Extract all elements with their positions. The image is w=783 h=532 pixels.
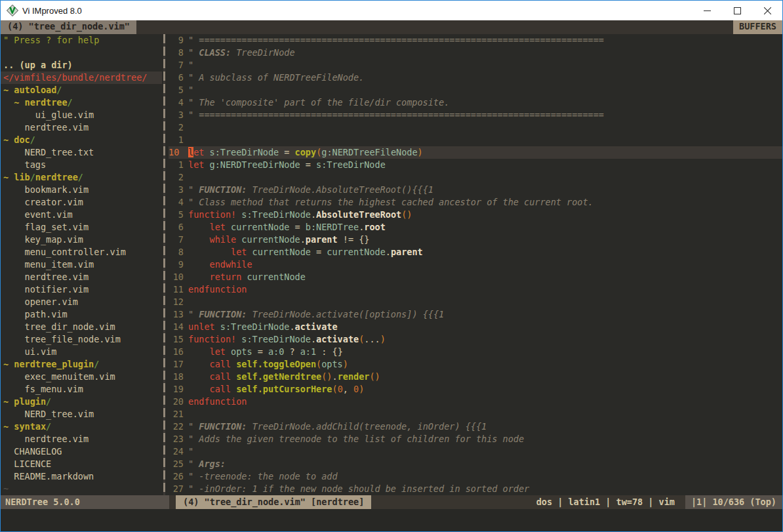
code-line[interactable]: 4" Class method that returns the highest… bbox=[169, 196, 782, 209]
code-line[interactable]: 5function! s:TreeDirNode.AbsoluteTreeRoo… bbox=[169, 209, 782, 221]
tree-row[interactable]: opener.vim bbox=[1, 296, 162, 308]
code-line[interactable]: 7 while currentNode.parent != {} bbox=[169, 234, 782, 246]
tree-row[interactable]: ~ nerdtree_plugin/ bbox=[1, 358, 162, 371]
line-number: 16 bbox=[169, 346, 184, 358]
maximize-button[interactable] bbox=[722, 1, 752, 20]
code-line[interactable]: 9 endwhile bbox=[169, 258, 782, 271]
tree-row[interactable]: ~ bbox=[1, 483, 162, 495]
code-line[interactable]: 9" =====================================… bbox=[169, 34, 782, 47]
code-line[interactable]: 26" -treenode: the node to add bbox=[169, 470, 782, 483]
line-number: 6 bbox=[169, 72, 184, 84]
code-line[interactable]: 6 let currentNode = b:NERDTree.root bbox=[169, 221, 782, 234]
tree-root-row[interactable]: </vimfiles/bundle/nerdtree/ bbox=[1, 72, 162, 84]
tree-row[interactable]: tree_file_node.vim bbox=[1, 333, 162, 346]
code-line[interactable]: 3" FUNCTION: TreeDirNode.AbsoluteTreeRoo… bbox=[169, 184, 782, 196]
line-number: 2 bbox=[169, 121, 184, 134]
tree-row[interactable]: creator.vim bbox=[1, 196, 162, 209]
code-line[interactable]: 13" FUNCTION: TreeDirNode.activate([opti… bbox=[169, 308, 782, 321]
code-line[interactable]: 1let g:NERDTreeDirNode = s:TreeDirNode bbox=[169, 159, 782, 171]
tree-row[interactable]: flag_set.vim bbox=[1, 221, 162, 234]
tree-row[interactable]: fs_menu.vim bbox=[1, 383, 162, 396]
code-line[interactable]: 1 bbox=[169, 134, 782, 146]
tree-row[interactable]: exec_menuitem.vim bbox=[1, 371, 162, 383]
tree-row[interactable]: ~ nerdtree/ bbox=[1, 96, 162, 109]
line-number: 4 bbox=[169, 96, 184, 109]
code-line[interactable]: 25" Args: bbox=[169, 458, 782, 470]
code-line[interactable]: 19 call self.putCursorHere(0, 0) bbox=[169, 383, 782, 396]
tab-tree-dir-node[interactable]: (4) "tree_dir_node.vim" bbox=[1, 20, 136, 34]
line-number: 3 bbox=[169, 184, 184, 196]
window-separator[interactable] bbox=[162, 34, 169, 495]
tree-row[interactable]: README.markdown bbox=[1, 470, 162, 483]
tree-row[interactable]: notifier.vim bbox=[1, 283, 162, 296]
code-line[interactable]: 2 bbox=[169, 171, 782, 184]
code-line[interactable]: 10 return currentNode bbox=[169, 271, 782, 283]
code-line[interactable]: 27" -inOrder: 1 if the new node should b… bbox=[169, 483, 782, 495]
line-number: 13 bbox=[169, 308, 184, 321]
code-line[interactable]: 20endfunction bbox=[169, 396, 782, 408]
code-line[interactable]: 11endfunction bbox=[169, 283, 782, 296]
tree-row[interactable]: NERD_tree.txt bbox=[1, 146, 162, 159]
code-line[interactable]: 21 bbox=[169, 408, 782, 420]
tabline-fill bbox=[136, 20, 733, 34]
tree-row[interactable]: ~ doc/ bbox=[1, 134, 162, 146]
close-button[interactable] bbox=[752, 1, 782, 20]
tree-row[interactable]: nerdtree.vim bbox=[1, 271, 162, 283]
statusline-nerdtree-version: NERDTree 5.0.0 bbox=[1, 495, 169, 509]
tree-row[interactable]: tags bbox=[1, 159, 162, 171]
line-number: 12 bbox=[169, 296, 184, 308]
line-number: 22 bbox=[169, 420, 184, 433]
line-number: 1 bbox=[169, 159, 184, 171]
tree-row[interactable]: ~ lib/nerdtree/ bbox=[1, 171, 162, 184]
line-number: 7 bbox=[169, 59, 184, 72]
code-line[interactable]: 15function! s:TreeDirNode.activate(...) bbox=[169, 333, 782, 346]
tree-row[interactable]: bookmark.vim bbox=[1, 184, 162, 196]
tree-row[interactable]: " Press ? for help bbox=[1, 34, 162, 47]
command-line[interactable] bbox=[1, 509, 782, 531]
tree-row[interactable]: ~ autoload/ bbox=[1, 84, 162, 96]
tree-row[interactable]: CHANGELOG bbox=[1, 445, 162, 458]
line-number: 7 bbox=[169, 234, 184, 246]
code-line[interactable]: 12 bbox=[169, 296, 782, 308]
line-number: 4 bbox=[169, 196, 184, 209]
tree-row[interactable]: ui_glue.vim bbox=[1, 109, 162, 121]
code-line[interactable]: 7" bbox=[169, 59, 782, 72]
code-line[interactable]: 6" A subclass of NERDTreeFileNode. bbox=[169, 72, 782, 84]
tree-row[interactable]: nerdtree.vim bbox=[1, 433, 162, 445]
code-line[interactable]: 18 call self.getNerdtree().render() bbox=[169, 371, 782, 383]
code-line[interactable]: 4" The 'composite' part of the file/dir … bbox=[169, 96, 782, 109]
window-title: Vi IMproved 8.0 bbox=[22, 6, 82, 16]
code-line[interactable]: 17 call self.toggleOpen(opts) bbox=[169, 358, 782, 371]
tree-row[interactable]: NERD_tree.vim bbox=[1, 408, 162, 420]
vim-icon bbox=[7, 5, 18, 16]
code-line-cursor[interactable]: 10let s:TreeDirNode = copy(g:NERDTreeFil… bbox=[169, 146, 782, 159]
tree-row[interactable]: .. (up a dir) bbox=[1, 59, 162, 72]
line-number: 11 bbox=[169, 283, 184, 296]
tree-row[interactable]: tree_dir_node.vim bbox=[1, 321, 162, 333]
line-number: 17 bbox=[169, 358, 184, 371]
tree-row[interactable]: menu_controller.vim bbox=[1, 246, 162, 258]
code-line[interactable]: 16 let opts = a:0 ? a:1 : {} bbox=[169, 346, 782, 358]
code-line[interactable]: 3" =====================================… bbox=[169, 109, 782, 121]
tree-row[interactable]: nerdtree.vim bbox=[1, 121, 162, 134]
tree-row[interactable]: ~ plugin/ bbox=[1, 396, 162, 408]
code-line[interactable]: 8 let currentNode = currentNode.parent bbox=[169, 246, 782, 258]
code-line[interactable]: 14unlet s:TreeDirNode.activate bbox=[169, 321, 782, 333]
tree-row[interactable] bbox=[1, 47, 162, 59]
tree-row[interactable]: ui.vim bbox=[1, 346, 162, 358]
code-line[interactable]: 24" bbox=[169, 445, 782, 458]
tree-row[interactable]: event.vim bbox=[1, 209, 162, 221]
buffers-label: BUFFERS bbox=[733, 20, 782, 34]
code-line[interactable]: 22" FUNCTION: TreeDirNode.addChild(treen… bbox=[169, 420, 782, 433]
tree-row[interactable]: LICENCE bbox=[1, 458, 162, 470]
minimize-button[interactable] bbox=[692, 1, 722, 20]
line-number: 2 bbox=[169, 171, 184, 184]
tree-row[interactable]: key_map.vim bbox=[1, 234, 162, 246]
code-line[interactable]: 8" CLASS: TreeDirNode bbox=[169, 47, 782, 59]
code-line[interactable]: 5" bbox=[169, 84, 782, 96]
tree-row[interactable]: path.vim bbox=[1, 308, 162, 321]
code-line[interactable]: 23" Adds the given treenode to the list … bbox=[169, 433, 782, 445]
tree-row[interactable]: ~ syntax/ bbox=[1, 420, 162, 433]
code-line[interactable]: 2 bbox=[169, 121, 782, 134]
tree-row[interactable]: menu_item.vim bbox=[1, 258, 162, 271]
